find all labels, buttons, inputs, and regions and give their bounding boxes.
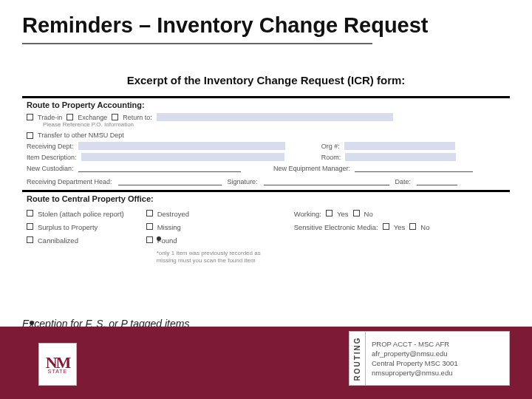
label-receiving-dept: Receiving Dept: [27, 143, 74, 150]
col-mid: Destroyed Missing Found *only 1 item was… [146, 210, 272, 265]
checkbox-surplus[interactable] [27, 223, 33, 230]
subtitle: Excerpt of the Inventory Change Request … [0, 74, 532, 86]
label-no: No [364, 210, 373, 218]
checkbox-cannibalized[interactable] [27, 236, 33, 243]
row-custodian: New Custodian: New Equipment Manager: [22, 163, 510, 174]
input-return-to[interactable] [157, 113, 393, 121]
bullet-icon [157, 236, 161, 241]
label-missing: Missing [157, 223, 181, 231]
routing-box: ROUTING PROP ACCT - MSC AFR afr_property… [349, 331, 510, 386]
routing-text: ROUTING [353, 336, 361, 381]
routing-line-2: afr_property@nmsu.edu [372, 349, 503, 358]
label-return: Return to: [123, 114, 152, 121]
label-new-custodian: New Custodian: [27, 165, 74, 172]
label-recv-dept-head: Receiving Department Head: [27, 178, 112, 185]
row-receiving-dept: Receiving Dept: Org #: [22, 140, 510, 151]
slide: Reminders – Inventory Change Request Exc… [0, 0, 532, 399]
routing-side-label: ROUTING [349, 332, 366, 385]
checkbox-missing[interactable] [146, 223, 153, 230]
checkbox-stolen[interactable] [27, 210, 33, 216]
routing-line-3: Central Property MSC 3001 [372, 359, 503, 368]
logo-nm: NM [46, 355, 70, 370]
routing-body: PROP ACCT - MSC AFR afr_property@nmsu.ed… [366, 332, 509, 385]
checkbox-exchange[interactable] [66, 114, 73, 120]
row-signature: Receiving Department Head: Signature: Da… [22, 174, 510, 190]
title-underline [22, 43, 372, 44]
checkbox-working-yes[interactable] [326, 210, 332, 216]
checkbox-sem-yes[interactable] [383, 223, 389, 230]
row-item-desc: Item Description: Room: [22, 151, 510, 163]
nmsu-logo: NM STATE [38, 343, 77, 386]
label-surplus: Surplus to Property [38, 223, 98, 231]
label-stolen: Stolen (attach police report) [38, 210, 124, 218]
label-yes: Yes [337, 210, 349, 218]
input-item-desc[interactable] [81, 153, 284, 161]
input-receiving-dept[interactable] [78, 142, 285, 150]
col-right: Working: Yes No Sensitive Electronic Med… [294, 210, 430, 265]
label-org: Org #: [321, 143, 340, 150]
label-working: Working: [294, 210, 321, 218]
checkbox-return[interactable] [112, 114, 118, 120]
checkbox-tradein[interactable] [27, 114, 33, 120]
checkbox-sem-no[interactable] [409, 223, 416, 230]
input-date[interactable] [417, 178, 457, 185]
found-note: *only 1 item was previously recorded as … [146, 250, 272, 265]
label-new-equip-mgr: New Equipment Manager: [273, 165, 350, 172]
label-destroyed: Destroyed [157, 210, 189, 218]
input-new-equip-mgr[interactable] [355, 164, 473, 172]
input-room[interactable] [345, 153, 456, 161]
label-cannibalized: Cannibalized [38, 236, 78, 245]
label-date: Date: [395, 178, 412, 185]
logo-state: STATE [48, 369, 68, 374]
checkbox-working-no[interactable] [353, 210, 360, 216]
checkbox-destroyed[interactable] [146, 210, 153, 216]
form-excerpt: Route to Property Accounting: Trade-in E… [22, 96, 510, 269]
label-no: No [420, 223, 429, 231]
section-2-grid: Stolen (attach police report) Surplus to… [22, 205, 510, 269]
routing-line-1: PROP ACCT - MSC AFR [372, 340, 503, 349]
section-heading-1: Route to Property Accounting: [22, 98, 510, 112]
label-tradein: Trade-in [38, 114, 62, 121]
label-item-desc: Item Description: [27, 154, 77, 161]
checkbox-transfer[interactable] [27, 132, 33, 139]
input-org[interactable] [344, 142, 455, 150]
label-sem: Sensitive Electronic Media: [294, 223, 378, 231]
page-title: Reminders – Inventory Change Request [22, 13, 510, 38]
section-heading-2: Route to Central Property Office: [22, 192, 510, 205]
label-yes: Yes [394, 223, 406, 231]
label-exchange: Exchange [78, 114, 107, 121]
label-transfer: Transfer to other NMSU Dept [38, 132, 124, 139]
ref-po-note: Please Reference P.O. Information [22, 121, 510, 130]
input-signature[interactable] [264, 178, 389, 185]
input-recv-dept-head[interactable] [118, 178, 222, 185]
row-transfer: Transfer to other NMSU Dept [22, 130, 510, 140]
routing-line-4: nmsuproperty@nmsu.edu [372, 369, 503, 378]
checkbox-found[interactable] [146, 236, 153, 243]
input-new-custodian[interactable] [78, 164, 241, 172]
col-left: Stolen (attach police report) Surplus to… [27, 210, 124, 265]
label-signature: Signature: [228, 178, 258, 185]
label-room: Room: [321, 154, 341, 161]
